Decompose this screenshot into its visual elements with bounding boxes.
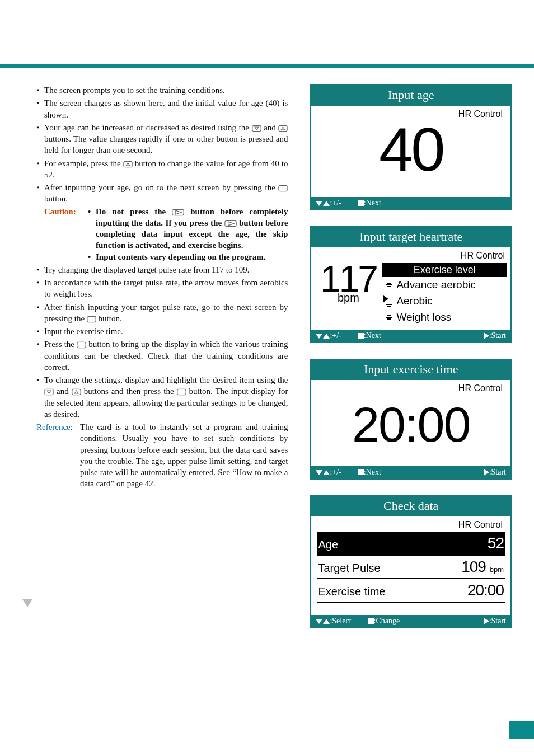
panel-title: Check data (311, 496, 510, 516)
check-row-age: Age 52 (317, 532, 505, 556)
square-icon (358, 333, 364, 339)
bullet-item: In accordance with the target pulse rate… (44, 277, 288, 300)
panel-footer: :+/- :Next (311, 197, 510, 209)
bullet-item: The screen prompts you to set the traini… (44, 84, 288, 96)
enter-button-icon (77, 341, 86, 349)
age-value: 40 (317, 121, 505, 177)
exercise-level-header: Exercise level (382, 263, 507, 277)
bullet-item: Press the button to bring up the display… (44, 339, 288, 373)
reference-label: Reference: (36, 422, 73, 431)
pointer-icon (383, 295, 388, 302)
enter-button-icon (87, 316, 96, 323)
page-tab (509, 721, 534, 739)
panel-footer: :Select :Change :Start (311, 615, 510, 627)
triangle-down-icon (316, 201, 322, 206)
down-button-icon (44, 388, 54, 396)
triangle-right-icon (484, 332, 489, 339)
up-button-icon (278, 125, 288, 132)
bullet-item: Try changing the displayed target pulse … (44, 264, 288, 275)
input-time-panel: Input exercise time HR Control 20:00 :+/… (310, 359, 512, 480)
square-icon (368, 618, 374, 624)
caution-text: Do not press the button before completel… (88, 206, 288, 262)
down-triangle-icon (22, 599, 32, 607)
enter-button-icon (278, 185, 288, 192)
enter-button-icon (177, 388, 186, 396)
hr-control-label: HR Control (317, 383, 505, 396)
check-row-pulse: Target Pulse 109 bpm (317, 556, 505, 579)
time-value: 20:00 (317, 396, 505, 461)
panel-footer: :+/- :Next :Start (311, 330, 510, 342)
bullet-item: The screen changes as shown here, and th… (44, 97, 288, 120)
triangle-up-icon (323, 470, 330, 475)
bullet-item: Your age can be increased or decreased a… (44, 122, 288, 156)
square-icon (358, 469, 364, 475)
up-button-icon (123, 161, 133, 168)
square-icon (358, 200, 364, 206)
triangle-up-icon (323, 619, 330, 624)
bullet-item: For example, press the button to change … (44, 158, 288, 181)
triangle-up-icon (323, 334, 330, 339)
play-button-icon (172, 209, 184, 216)
margin-gutter (22, 84, 36, 644)
up-button-icon (72, 388, 81, 396)
bullet-item: Input the exercise time. (44, 326, 288, 337)
heartrate-value: 117 bpm (315, 263, 382, 325)
level-row: Advance aerobic (382, 277, 507, 293)
bullet-item: After inputting your age, go on to the n… (44, 182, 288, 262)
check-row-time: Exercise time 20:00 (317, 579, 505, 603)
triangle-down-icon (316, 334, 322, 339)
triangle-down-icon (316, 470, 322, 475)
panel-title: Input target heartrate (311, 227, 510, 247)
level-row: Weight loss (382, 309, 507, 325)
panel-title: Input exercise time (311, 360, 510, 380)
panel-title: Input age (311, 86, 510, 106)
triangle-up-icon (323, 201, 330, 206)
check-data-panel: Check data HR Control Age 52 Target Puls… (310, 495, 512, 628)
triangle-down-icon (316, 619, 322, 624)
reference-text: The card is a tool to instantly set a pr… (80, 421, 288, 490)
triangle-right-icon (484, 618, 489, 624)
triangle-right-icon (484, 469, 489, 476)
hr-control-label: HR Control (317, 520, 505, 532)
bullet-item: After finish inputting your target pulse… (44, 302, 288, 325)
play-button-icon (224, 220, 237, 227)
input-age-panel: Input age HR Control 40 :+/- :Next (310, 84, 512, 210)
down-button-icon (252, 125, 261, 132)
input-heartrate-panel: Input target heartrate HR Control 117 bp… (310, 226, 512, 343)
level-row-selected: Aerobic (382, 293, 507, 309)
instruction-text: The screen prompts you to set the traini… (36, 84, 288, 644)
caution-label: Caution: (44, 207, 76, 216)
panel-footer: :+/- :Next :Start (311, 466, 510, 478)
bullet-item: To change the settings, display and high… (44, 374, 288, 420)
